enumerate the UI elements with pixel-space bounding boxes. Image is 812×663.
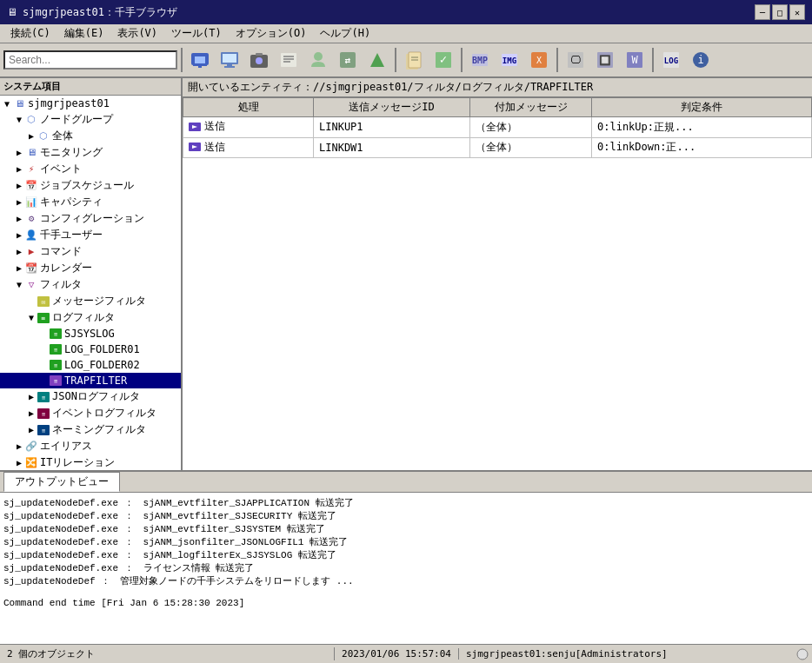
output-line: sj_updateNodeDef.exe ： sjANM_evtfilter_S…: [3, 496, 809, 509]
tree-item-calendar[interactable]: ▶ 📆 カレンダー: [0, 260, 181, 276]
tree-item-alias[interactable]: ▶ 🔗 エイリアス: [0, 438, 181, 454]
tree-item-config[interactable]: ▶ ⚙ コンフィグレーション: [0, 210, 181, 227]
menu-help[interactable]: ヘルプ(H): [313, 24, 377, 43]
toolbar-btn-13[interactable]: 🖵: [562, 46, 589, 74]
tree-item-log-folder01[interactable]: ▶ ≡ LOG_FOLDER01: [0, 341, 181, 357]
cell-action-1: 送信: [183, 137, 314, 158]
tree-item-sjsyslog[interactable]: ▶ ≡ SJSYSLOG: [0, 326, 181, 341]
tree-icon-json-filter: ≡: [37, 390, 50, 404]
output-content[interactable]: sj_updateNodeDef.exe ： sjANM_evtfilter_S…: [0, 493, 812, 644]
svg-text:≡: ≡: [54, 347, 57, 354]
toolbar-btn-1[interactable]: [186, 46, 214, 74]
tree-label-user: 千手ユーザー: [40, 228, 103, 242]
toolbar-btn-last[interactable]: i: [687, 46, 715, 74]
tree-toggle-name-filter[interactable]: ▶: [26, 425, 37, 434]
toolbar-btn-7[interactable]: [363, 46, 391, 74]
svg-rect-1: [195, 56, 205, 63]
tree-item-it-relation[interactable]: ▶ 🔀 ITリレーション: [0, 454, 181, 470]
tree-icon-command: ▶: [24, 245, 38, 259]
tree-icon-it-relation: 🔀: [24, 456, 38, 470]
toolbar-btn-11[interactable]: IMG: [496, 46, 523, 74]
tree-icon-sjmgrjpeast01: 🖥: [12, 96, 26, 110]
svg-rect-5: [223, 54, 236, 63]
send-icon-1: [189, 141, 201, 153]
tree-item-filter[interactable]: ▼ ▽ フィルタ: [0, 276, 181, 293]
table-row[interactable]: 送信 LINKDW1 （全体） 0:linkDown:正...: [183, 137, 812, 158]
minimize-button[interactable]: ─: [755, 4, 770, 20]
output-line: sj_updateNodeDef ： 管理対象ノードの千手システムをリロードしま…: [3, 574, 809, 587]
tree-toggle-filter[interactable]: ▼: [14, 280, 24, 289]
tree-icon-log-filter: ≡: [37, 311, 50, 325]
toolbar-btn-14[interactable]: 🔲: [591, 46, 619, 74]
tree-toggle-command[interactable]: ▶: [14, 247, 24, 256]
tree-item-event[interactable]: ▶ ⚡ イベント: [0, 161, 181, 177]
tree-item-trapfilter[interactable]: ▶ ≡ TRAPFILTER: [0, 373, 181, 388]
close-button[interactable]: ✕: [789, 4, 805, 20]
output-tab-bar: アウトプットビュー: [0, 472, 812, 493]
tree-item-jobschedule[interactable]: ▶ 📅 ジョブスケジュール: [0, 177, 181, 194]
svg-text:≡: ≡: [42, 315, 46, 322]
toolbar-btn-4[interactable]: [275, 46, 303, 74]
tree-toggle-event[interactable]: ▶: [14, 164, 24, 174]
toolbar-btn-2[interactable]: [216, 46, 243, 74]
tree-toggle-json-filter[interactable]: ▶: [26, 392, 37, 401]
svg-text:≡: ≡: [42, 394, 45, 401]
status-indicator-icon: [796, 648, 809, 660]
tree-toggle-alias[interactable]: ▶: [14, 441, 24, 451]
toolbar-btn-log[interactable]: LOG: [657, 46, 685, 74]
tree-toggle-log-filter[interactable]: ▼: [26, 313, 37, 322]
tree-icon-msg-filter: ✉: [37, 295, 50, 308]
tree-toggle-calendar[interactable]: ▶: [14, 263, 24, 273]
toolbar-btn-5[interactable]: [304, 46, 332, 74]
tree-toggle-all[interactable]: ▶: [26, 131, 37, 141]
tree-item-json-filter[interactable]: ▶ ≡ JSONログフィルタ: [0, 388, 181, 405]
entity-bar: 開いているエンティティ：//sjmgrjpeast01/フィルタ/ログフィルタ/…: [183, 78, 812, 97]
tree-toggle-capacity[interactable]: ▶: [14, 197, 24, 207]
content-area: システム項目 ▼ 🖥 sjmgrjpeast01 ▼ ⬡ ノードグループ: [0, 78, 812, 644]
tree-toggle-config[interactable]: ▶: [14, 214, 24, 223]
toolbar-btn-3[interactable]: [245, 46, 273, 74]
output-tab-view[interactable]: アウトプットビュー: [3, 472, 120, 492]
toolbar-btn-15[interactable]: W: [621, 46, 649, 74]
menu-view[interactable]: 表示(V): [110, 24, 164, 43]
output-line: sj_updateNodeDef.exe ： sjANM_logfilterEx…: [3, 548, 809, 561]
tree-item-capacity[interactable]: ▶ 📊 キャパシティ: [0, 194, 181, 210]
tree-item-all[interactable]: ▶ ⬡ 全体: [0, 128, 181, 144]
search-input[interactable]: [3, 50, 177, 70]
table-row[interactable]: 送信 LINKUP1 （全体） 0:linkUp:正規...: [183, 117, 812, 138]
tree-toggle-evt-filter[interactable]: ▶: [26, 408, 37, 418]
tree-item-monitoring[interactable]: ▶ 🖥 モニタリング: [0, 144, 181, 161]
toolbar-btn-12[interactable]: X: [525, 46, 553, 74]
toolbar-separator-5: [652, 48, 654, 72]
maximize-button[interactable]: □: [772, 4, 788, 20]
tree-item-msg-filter[interactable]: ▶ ✉ メッセージフィルタ: [0, 293, 181, 309]
tree-toggle-sjmgrjpeast01[interactable]: ▼: [2, 99, 12, 109]
tree-item-evt-filter[interactable]: ▶ ≡ イベントログフィルタ: [0, 405, 181, 421]
tree-item-sjmgrjpeast01[interactable]: ▼ 🖥 sjmgrjpeast01: [0, 96, 181, 111]
menu-connect[interactable]: 接続(C): [3, 24, 57, 43]
toolbar-btn-10[interactable]: BMP: [466, 46, 494, 74]
tree-label-config: コンフィグレーション: [40, 211, 144, 226]
svg-point-9: [256, 57, 263, 64]
tree-toggle-user[interactable]: ▶: [14, 230, 24, 240]
tree-item-log-filter[interactable]: ▼ ≡ ログフィルタ: [0, 309, 181, 326]
tree-toggle-node-group[interactable]: ▼: [14, 115, 24, 124]
table-body: 送信 LINKUP1 （全体） 0:linkUp:正規...: [183, 117, 812, 158]
toolbar-btn-9[interactable]: ✓: [429, 46, 457, 74]
tree-item-command[interactable]: ▶ ▶ コマンド: [0, 243, 181, 260]
toolbar-btn-6[interactable]: ⇄: [334, 46, 362, 74]
tree-toggle-it-relation[interactable]: ▶: [14, 458, 24, 467]
menu-options[interactable]: オプション(O): [229, 24, 314, 43]
menu-edit[interactable]: 編集(E): [57, 24, 111, 43]
tree-toggle-monitoring[interactable]: ▶: [14, 148, 24, 157]
top-panels: システム項目 ▼ 🖥 sjmgrjpeast01 ▼ ⬡ ノードグループ: [0, 78, 812, 470]
cell-addmsg-0: （全体）: [470, 117, 592, 138]
tree-toggle-jobschedule[interactable]: ▶: [14, 181, 24, 190]
menu-tools[interactable]: ツール(T): [164, 24, 229, 43]
tree-item-user[interactable]: ▶ 👤 千手ユーザー: [0, 227, 181, 243]
tree-item-log-folder02[interactable]: ▶ ≡ LOG_FOLDER02: [0, 357, 181, 373]
tree-item-name-filter[interactable]: ▶ ≡ ネーミングフィルタ: [0, 421, 181, 438]
toolbar-btn-8[interactable]: [400, 46, 428, 74]
svg-text:🖵: 🖵: [570, 54, 581, 66]
tree-item-node-group[interactable]: ▼ ⬡ ノードグループ: [0, 111, 181, 128]
